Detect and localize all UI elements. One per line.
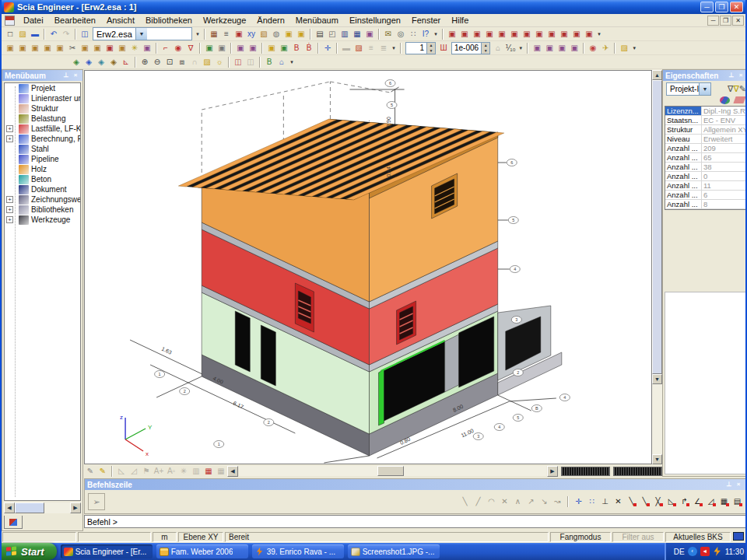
gray-pair2-icon[interactable]: ▣ — [278, 42, 290, 54]
property-row[interactable]: Anzahl ...65 — [665, 153, 745, 163]
xy-vars-icon[interactable]: xy — [245, 28, 258, 40]
pair-brown2-icon[interactable]: ▣ — [216, 42, 228, 54]
active-ucs-label[interactable]: Aktuelles BKS — [665, 532, 731, 542]
property-value[interactable]: Dipl.-Ing S.Ry... — [702, 107, 745, 115]
win-b-icon[interactable]: ▣ — [543, 42, 556, 54]
property-row[interactable]: Anzahl ...38 — [665, 163, 745, 172]
open-icon[interactable]: ▨ — [16, 28, 29, 40]
task-button[interactable]: Screenshot1.JPG -... — [348, 544, 440, 558]
table-gray-icon[interactable]: ▦ — [215, 465, 227, 477]
animation-bar-1[interactable] — [561, 467, 610, 476]
axo-d-icon[interactable]: ◈ — [107, 56, 120, 68]
new-icon[interactable]: □ — [4, 28, 16, 40]
copy-a-icon[interactable]: ▣ — [4, 42, 16, 54]
canvas-hscrollbar[interactable] — [239, 466, 546, 476]
text-query-icon[interactable]: I? — [419, 28, 432, 40]
layers-gray2-icon[interactable]: ≣ — [377, 42, 390, 54]
layout-f-icon[interactable]: ▣ — [508, 28, 521, 40]
snap-mode-icon[interactable]: ⊥ — [598, 495, 612, 508]
scroll-down-icon[interactable]: ▼ — [652, 374, 662, 384]
folder-open-icon[interactable]: ▨ — [618, 42, 630, 54]
snap-tool-icon[interactable]: ✕ — [498, 495, 511, 508]
gray-pair-icon[interactable]: ▣ — [265, 42, 278, 54]
abc-plus-icon[interactable]: A+ — [153, 465, 165, 477]
pin-icon[interactable]: ⊥ — [61, 72, 71, 80]
layout-j-icon[interactable]: ▣ — [558, 28, 570, 40]
page-preview-icon[interactable]: ▣ — [363, 28, 376, 40]
snap-mode-icon[interactable]: ╳ — [651, 495, 665, 508]
grid-dots-icon[interactable]: ∷ — [407, 28, 419, 40]
dropdown-arrow-icon[interactable]: ▾ — [517, 45, 524, 51]
layout-h-icon[interactable]: ▣ — [533, 28, 545, 40]
one-tenth-icon[interactable]: ⅟₁₀ — [504, 42, 517, 54]
chevron-down-icon[interactable]: ▼ — [135, 28, 147, 40]
tree-item-stahl[interactable]: Stahl — [5, 144, 80, 154]
cross-move-icon[interactable]: ✛ — [321, 42, 334, 54]
plug-red-icon[interactable]: ⌐ — [160, 42, 172, 54]
vscroll-thumb[interactable] — [652, 80, 662, 374]
spin-up-icon[interactable]: ▲ — [427, 43, 435, 48]
task-button[interactable]: Scia Engineer - [Er... — [61, 544, 153, 558]
pin-icon[interactable]: ⊥ — [727, 72, 736, 80]
doc-zoom-icon[interactable]: ◎ — [395, 28, 407, 40]
win-red-icon[interactable]: ◫ — [232, 56, 244, 68]
b-red2-icon[interactable]: Ḃ — [303, 42, 315, 54]
gallery-icon[interactable]: ▥ — [338, 28, 351, 40]
dropdown-arrow-icon[interactable]: ▾ — [194, 31, 202, 37]
pie-chart-icon[interactable] — [720, 96, 730, 104]
dropdown-arrow-icon[interactable]: ▾ — [595, 31, 603, 37]
property-value[interactable]: 65 — [702, 153, 745, 162]
selection-cursor-button[interactable]: ➢ — [88, 493, 105, 510]
spin-value[interactable]: 1 — [406, 43, 426, 54]
tree-item-linienraster-und-g[interactable]: Linienraster und G — [5, 93, 80, 103]
project-manager-icon[interactable]: ◫ — [79, 28, 91, 40]
task-button[interactable]: 39. Enrico Rava - ... — [252, 544, 344, 558]
tree-item-struktur[interactable]: Struktur — [5, 103, 80, 114]
tree-item-berechnung-fe-n[interactable]: +Berechnung, FE-N — [5, 134, 80, 144]
pen-yellow-icon[interactable]: ✎ — [96, 465, 109, 477]
tree-item-holz[interactable]: Holz — [5, 164, 80, 174]
scroll-left-icon[interactable]: ◀ — [4, 502, 15, 513]
redo-icon[interactable]: ↷ — [60, 28, 72, 40]
win-c-icon[interactable]: ▣ — [556, 42, 568, 54]
win-gray-icon[interactable]: ◫ — [244, 56, 257, 68]
dropdown-arrow-icon[interactable]: ▾ — [288, 59, 296, 65]
folder-y-icon[interactable]: ▨ — [201, 56, 213, 68]
volume-icon[interactable]: ◄ — [700, 547, 710, 556]
project-combo[interactable]: Erw2.esa▼ — [93, 27, 192, 40]
table-red-icon[interactable]: ▦ — [202, 465, 215, 477]
menu-ändern[interactable]: Ändern — [251, 15, 289, 26]
snap-mode-icon[interactable]: ◿ — [704, 495, 717, 508]
expand-icon[interactable]: + — [6, 206, 13, 213]
menu-ansicht[interactable]: Ansicht — [101, 15, 140, 26]
spin-down-icon[interactable]: ▼ — [482, 48, 489, 54]
menu-menübaum[interactable]: Menübaum — [290, 15, 344, 26]
dropdown-arrow-icon[interactable]: ▾ — [630, 45, 638, 51]
tree-item-beton[interactable]: Beton — [5, 174, 80, 184]
tree-item-projekt[interactable]: Projekt — [5, 83, 80, 93]
restore-button[interactable]: ❐ — [715, 2, 728, 12]
snap-mode-icon[interactable]: ╲ — [625, 495, 638, 508]
property-value[interactable]: Erweitert — [702, 135, 745, 143]
scroll-right-icon[interactable]: ▶ — [70, 502, 81, 513]
hide-icons-icon[interactable]: ‹ — [688, 547, 697, 556]
axo-c-icon[interactable]: ◈ — [95, 56, 107, 68]
axo-a-icon[interactable]: ◈ — [70, 56, 82, 68]
property-value[interactable]: 11 — [702, 181, 745, 190]
layout-k-icon[interactable]: ▣ — [570, 28, 583, 40]
dropdown-arrow-icon[interactable]: ▾ — [432, 31, 440, 37]
menu-bibliotheken[interactable]: Bibliotheken — [140, 15, 198, 26]
snap-tool-icon[interactable]: ╲ — [458, 495, 472, 508]
layout-g-icon[interactable]: ▣ — [521, 28, 533, 40]
mdi-close-button[interactable]: ✕ — [732, 16, 744, 26]
eye-red-icon[interactable]: ◉ — [587, 42, 599, 54]
b-red-icon[interactable]: B — [290, 42, 303, 54]
add-a-icon[interactable]: ▣ — [234, 42, 247, 54]
minimize-button[interactable]: ─ — [700, 2, 714, 12]
property-row[interactable]: Anzahl ...11 — [665, 181, 745, 191]
flag-gray-icon[interactable]: ⚑ — [140, 465, 153, 477]
property-value[interactable]: 209 — [702, 144, 745, 152]
snap-mode-icon[interactable]: ▦ — [717, 495, 731, 508]
zoom-all-icon[interactable]: ⧈ — [176, 56, 188, 68]
layout-e-icon[interactable]: ▣ — [496, 28, 508, 40]
